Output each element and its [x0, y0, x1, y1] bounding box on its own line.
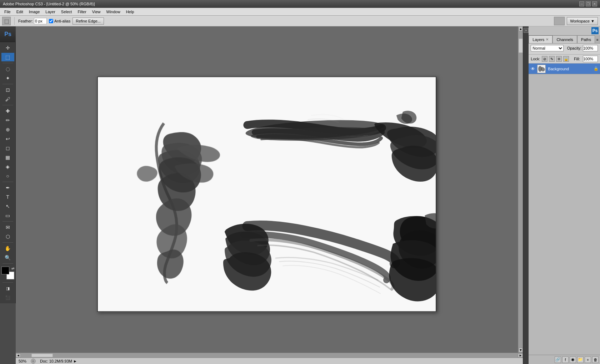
- menu-bar: File Edit Image Layer Select Filter View…: [0, 8, 600, 16]
- separator: [14, 17, 15, 25]
- restore-btn[interactable]: ❐: [586, 1, 591, 6]
- doc-arrow[interactable]: ►: [73, 359, 77, 363]
- horizontal-scrollbar[interactable]: ◄ ►: [16, 353, 523, 358]
- window-controls[interactable]: ─ ❐ ✕: [579, 1, 597, 6]
- foreground-color[interactable]: [1, 267, 9, 274]
- layer-lock-row: Lock: ⊘ ✎ ✛ 🔒 Fill:: [529, 55, 600, 64]
- zoom-tool[interactable]: 🔍: [1, 253, 14, 262]
- menu-window[interactable]: Window: [104, 9, 123, 15]
- current-tool-icon: ⬚: [2, 17, 11, 25]
- lock-label: Lock:: [531, 57, 540, 61]
- menu-edit[interactable]: Edit: [14, 9, 26, 15]
- canvas-region: ▲ ▼ ◄ ► 50% ○ Doc: 10.2M: [16, 26, 523, 364]
- options-bar: ⬚ Feather: Anti-alias Refine Edge... Wor…: [0, 16, 600, 26]
- blur-tool[interactable]: ◈: [1, 162, 14, 171]
- move-tool[interactable]: ✛: [1, 44, 14, 52]
- refine-edge-button[interactable]: Refine Edge...: [72, 17, 104, 25]
- separator-4: [2, 182, 13, 182]
- scroll-right-btn[interactable]: ►: [518, 353, 523, 358]
- layer-style-btn[interactable]: f: [562, 357, 569, 363]
- right-panel: Ps Layers ✕ Channels Paths ≡: [529, 26, 600, 364]
- menu-file[interactable]: File: [1, 9, 14, 15]
- lasso-tool[interactable]: ◌: [1, 65, 14, 73]
- path-select-tool[interactable]: ↖: [1, 202, 14, 211]
- layer-visibility-eye[interactable]: 👁: [530, 66, 536, 72]
- feather-input[interactable]: [34, 18, 47, 24]
- separator-3: [2, 105, 13, 105]
- scroll-down-btn[interactable]: ▼: [519, 348, 523, 353]
- scroll-left-btn[interactable]: ◄: [16, 353, 21, 358]
- screen-mode-btn[interactable]: ⬛: [1, 293, 14, 302]
- eyedropper2-tool[interactable]: ⬡: [1, 232, 14, 241]
- menu-filter[interactable]: Filter: [75, 9, 89, 15]
- hand-tool[interactable]: ✋: [1, 244, 14, 253]
- tab-channels[interactable]: Channels: [552, 35, 577, 43]
- shape-tool[interactable]: ▭: [1, 211, 14, 220]
- scroll-track[interactable]: [519, 31, 523, 348]
- eraser-tool[interactable]: ◻: [1, 144, 14, 152]
- gradient-tool[interactable]: ▦: [1, 153, 14, 162]
- lock-all-btn[interactable]: 🔒: [563, 56, 569, 62]
- crop-tool[interactable]: ⊡: [1, 86, 14, 94]
- layer-item-background[interactable]: 👁 Background 🔒: [529, 64, 600, 74]
- fill-label: Fill:: [574, 57, 580, 61]
- menu-help[interactable]: Help: [123, 9, 137, 15]
- view-icon: [554, 17, 565, 25]
- antialias-checkbox[interactable]: [49, 19, 53, 23]
- minimize-btn[interactable]: ─: [579, 1, 584, 6]
- tab-paths[interactable]: Paths: [577, 35, 595, 43]
- color-switch[interactable]: ⇄: [11, 267, 14, 271]
- doc-info: Doc: 10.2M/9.93M ►: [40, 359, 77, 363]
- separator-8: [2, 282, 13, 283]
- layers-tab-close[interactable]: ✕: [546, 37, 549, 41]
- lock-position-btn[interactable]: ✛: [556, 56, 562, 62]
- eyedropper-tool[interactable]: 🖋: [1, 95, 14, 103]
- lock-image-btn[interactable]: ✎: [549, 56, 555, 62]
- panel-collapse-strip: »: [523, 26, 529, 364]
- notes-tool[interactable]: ✉: [1, 223, 14, 232]
- pen-tool[interactable]: ✒: [1, 183, 14, 192]
- layer-thumbnail: [537, 65, 546, 73]
- quick-mask-btn[interactable]: ◨: [1, 284, 14, 293]
- workspace-button[interactable]: Workspace ▼: [567, 17, 598, 25]
- delete-layer-btn[interactable]: 🗑: [592, 357, 599, 363]
- marquee-tool[interactable]: ⬚: [1, 53, 14, 61]
- text-tool[interactable]: T: [1, 193, 14, 201]
- menu-image[interactable]: Image: [26, 9, 43, 15]
- tab-layers[interactable]: Layers ✕: [529, 35, 552, 43]
- new-group-btn[interactable]: 📁: [577, 357, 584, 363]
- lock-transparent-btn[interactable]: ⊘: [542, 56, 548, 62]
- separator-1: [2, 63, 13, 63]
- scroll-h-track[interactable]: [21, 353, 518, 358]
- menu-select[interactable]: Select: [58, 9, 75, 15]
- opacity-input[interactable]: [583, 45, 598, 51]
- close-btn[interactable]: ✕: [592, 1, 597, 6]
- fill-input[interactable]: [583, 56, 598, 62]
- layer-name: Background: [548, 67, 594, 71]
- blend-mode-select[interactable]: Normal Multiply Screen: [531, 45, 563, 51]
- magic-wand-tool[interactable]: ✦: [1, 74, 14, 82]
- menu-view[interactable]: View: [89, 9, 104, 15]
- layers-tabs: Layers ✕ Channels Paths ≡: [529, 35, 600, 44]
- zoom-display: 50%: [19, 359, 26, 363]
- canvas-area: [16, 26, 518, 353]
- brush-tool[interactable]: ✏: [1, 116, 14, 125]
- scroll-up-btn[interactable]: ▲: [519, 26, 523, 31]
- layer-mode-row: Normal Multiply Screen Opacity:: [531, 45, 598, 51]
- panel-menu-btn[interactable]: ≡: [595, 36, 600, 43]
- layer-mask-btn[interactable]: ◉: [570, 357, 576, 363]
- dodge-tool[interactable]: ○: [1, 172, 14, 180]
- clone-tool[interactable]: ⊕: [1, 125, 14, 134]
- vertical-scrollbar[interactable]: ▲ ▼: [518, 26, 523, 353]
- color-swatches[interactable]: ⇄: [1, 267, 14, 279]
- scroll-h-thumb[interactable]: [31, 354, 53, 357]
- zoom-fit-btn[interactable]: ○: [31, 359, 36, 364]
- history-tool[interactable]: ↩: [1, 135, 14, 143]
- ps-logo: Ps: [0, 26, 16, 42]
- new-layer-btn[interactable]: +: [585, 357, 591, 363]
- panel-collapse-btn[interactable]: »: [524, 28, 529, 33]
- healing-tool[interactable]: ✚: [1, 107, 14, 115]
- link-layers-btn[interactable]: 🔗: [555, 357, 561, 363]
- menu-layer[interactable]: Layer: [42, 9, 58, 15]
- scroll-thumb[interactable]: [519, 39, 523, 53]
